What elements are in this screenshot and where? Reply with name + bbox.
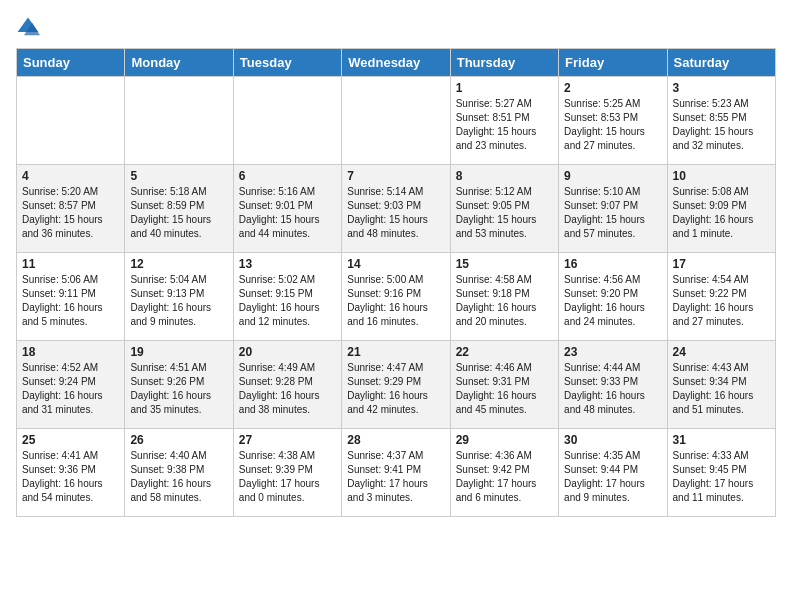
calendar-cell: 9Sunrise: 5:10 AM Sunset: 9:07 PM Daylig…	[559, 165, 667, 253]
calendar-cell: 11Sunrise: 5:06 AM Sunset: 9:11 PM Dayli…	[17, 253, 125, 341]
day-number: 16	[564, 257, 661, 271]
day-content: Sunrise: 5:08 AM Sunset: 9:09 PM Dayligh…	[673, 185, 770, 241]
day-number: 24	[673, 345, 770, 359]
calendar-table: SundayMondayTuesdayWednesdayThursdayFrid…	[16, 48, 776, 517]
day-content: Sunrise: 4:52 AM Sunset: 9:24 PM Dayligh…	[22, 361, 119, 417]
day-number: 5	[130, 169, 227, 183]
day-content: Sunrise: 4:49 AM Sunset: 9:28 PM Dayligh…	[239, 361, 336, 417]
day-content: Sunrise: 5:16 AM Sunset: 9:01 PM Dayligh…	[239, 185, 336, 241]
header-tuesday: Tuesday	[233, 49, 341, 77]
calendar-cell: 20Sunrise: 4:49 AM Sunset: 9:28 PM Dayli…	[233, 341, 341, 429]
day-number: 20	[239, 345, 336, 359]
day-content: Sunrise: 5:04 AM Sunset: 9:13 PM Dayligh…	[130, 273, 227, 329]
calendar-cell: 25Sunrise: 4:41 AM Sunset: 9:36 PM Dayli…	[17, 429, 125, 517]
day-content: Sunrise: 4:44 AM Sunset: 9:33 PM Dayligh…	[564, 361, 661, 417]
day-content: Sunrise: 5:25 AM Sunset: 8:53 PM Dayligh…	[564, 97, 661, 153]
calendar-cell: 13Sunrise: 5:02 AM Sunset: 9:15 PM Dayli…	[233, 253, 341, 341]
day-number: 3	[673, 81, 770, 95]
calendar-cell	[17, 77, 125, 165]
calendar-cell: 2Sunrise: 5:25 AM Sunset: 8:53 PM Daylig…	[559, 77, 667, 165]
calendar-cell: 31Sunrise: 4:33 AM Sunset: 9:45 PM Dayli…	[667, 429, 775, 517]
day-number: 14	[347, 257, 444, 271]
day-content: Sunrise: 5:12 AM Sunset: 9:05 PM Dayligh…	[456, 185, 553, 241]
day-number: 21	[347, 345, 444, 359]
day-number: 11	[22, 257, 119, 271]
day-content: Sunrise: 4:38 AM Sunset: 9:39 PM Dayligh…	[239, 449, 336, 505]
day-content: Sunrise: 5:18 AM Sunset: 8:59 PM Dayligh…	[130, 185, 227, 241]
week-row-3: 18Sunrise: 4:52 AM Sunset: 9:24 PM Dayli…	[17, 341, 776, 429]
day-content: Sunrise: 4:47 AM Sunset: 9:29 PM Dayligh…	[347, 361, 444, 417]
day-number: 22	[456, 345, 553, 359]
day-number: 26	[130, 433, 227, 447]
day-content: Sunrise: 5:23 AM Sunset: 8:55 PM Dayligh…	[673, 97, 770, 153]
day-content: Sunrise: 5:27 AM Sunset: 8:51 PM Dayligh…	[456, 97, 553, 153]
day-content: Sunrise: 4:51 AM Sunset: 9:26 PM Dayligh…	[130, 361, 227, 417]
day-number: 23	[564, 345, 661, 359]
week-row-2: 11Sunrise: 5:06 AM Sunset: 9:11 PM Dayli…	[17, 253, 776, 341]
day-content: Sunrise: 4:56 AM Sunset: 9:20 PM Dayligh…	[564, 273, 661, 329]
page-header	[16, 16, 776, 40]
header-monday: Monday	[125, 49, 233, 77]
day-content: Sunrise: 5:14 AM Sunset: 9:03 PM Dayligh…	[347, 185, 444, 241]
calendar-cell: 29Sunrise: 4:36 AM Sunset: 9:42 PM Dayli…	[450, 429, 558, 517]
day-number: 4	[22, 169, 119, 183]
day-number: 17	[673, 257, 770, 271]
calendar-cell: 4Sunrise: 5:20 AM Sunset: 8:57 PM Daylig…	[17, 165, 125, 253]
day-content: Sunrise: 5:00 AM Sunset: 9:16 PM Dayligh…	[347, 273, 444, 329]
calendar-cell: 24Sunrise: 4:43 AM Sunset: 9:34 PM Dayli…	[667, 341, 775, 429]
header-saturday: Saturday	[667, 49, 775, 77]
day-content: Sunrise: 4:41 AM Sunset: 9:36 PM Dayligh…	[22, 449, 119, 505]
calendar-cell: 14Sunrise: 5:00 AM Sunset: 9:16 PM Dayli…	[342, 253, 450, 341]
day-number: 2	[564, 81, 661, 95]
calendar-cell: 7Sunrise: 5:14 AM Sunset: 9:03 PM Daylig…	[342, 165, 450, 253]
calendar-cell: 1Sunrise: 5:27 AM Sunset: 8:51 PM Daylig…	[450, 77, 558, 165]
day-content: Sunrise: 5:20 AM Sunset: 8:57 PM Dayligh…	[22, 185, 119, 241]
calendar-cell: 30Sunrise: 4:35 AM Sunset: 9:44 PM Dayli…	[559, 429, 667, 517]
day-number: 15	[456, 257, 553, 271]
day-number: 29	[456, 433, 553, 447]
calendar-cell: 23Sunrise: 4:44 AM Sunset: 9:33 PM Dayli…	[559, 341, 667, 429]
day-content: Sunrise: 4:54 AM Sunset: 9:22 PM Dayligh…	[673, 273, 770, 329]
calendar-header-row: SundayMondayTuesdayWednesdayThursdayFrid…	[17, 49, 776, 77]
week-row-0: 1Sunrise: 5:27 AM Sunset: 8:51 PM Daylig…	[17, 77, 776, 165]
day-number: 12	[130, 257, 227, 271]
day-content: Sunrise: 4:46 AM Sunset: 9:31 PM Dayligh…	[456, 361, 553, 417]
week-row-1: 4Sunrise: 5:20 AM Sunset: 8:57 PM Daylig…	[17, 165, 776, 253]
calendar-cell: 5Sunrise: 5:18 AM Sunset: 8:59 PM Daylig…	[125, 165, 233, 253]
calendar-cell: 22Sunrise: 4:46 AM Sunset: 9:31 PM Dayli…	[450, 341, 558, 429]
day-content: Sunrise: 5:06 AM Sunset: 9:11 PM Dayligh…	[22, 273, 119, 329]
day-content: Sunrise: 4:37 AM Sunset: 9:41 PM Dayligh…	[347, 449, 444, 505]
calendar-cell: 15Sunrise: 4:58 AM Sunset: 9:18 PM Dayli…	[450, 253, 558, 341]
calendar-cell: 10Sunrise: 5:08 AM Sunset: 9:09 PM Dayli…	[667, 165, 775, 253]
day-number: 7	[347, 169, 444, 183]
day-number: 13	[239, 257, 336, 271]
day-number: 19	[130, 345, 227, 359]
day-content: Sunrise: 4:33 AM Sunset: 9:45 PM Dayligh…	[673, 449, 770, 505]
calendar-cell: 28Sunrise: 4:37 AM Sunset: 9:41 PM Dayli…	[342, 429, 450, 517]
day-content: Sunrise: 4:36 AM Sunset: 9:42 PM Dayligh…	[456, 449, 553, 505]
day-content: Sunrise: 4:43 AM Sunset: 9:34 PM Dayligh…	[673, 361, 770, 417]
calendar-cell: 26Sunrise: 4:40 AM Sunset: 9:38 PM Dayli…	[125, 429, 233, 517]
calendar-cell: 16Sunrise: 4:56 AM Sunset: 9:20 PM Dayli…	[559, 253, 667, 341]
day-number: 18	[22, 345, 119, 359]
header-wednesday: Wednesday	[342, 49, 450, 77]
day-number: 8	[456, 169, 553, 183]
calendar-cell: 3Sunrise: 5:23 AM Sunset: 8:55 PM Daylig…	[667, 77, 775, 165]
day-content: Sunrise: 5:02 AM Sunset: 9:15 PM Dayligh…	[239, 273, 336, 329]
day-number: 9	[564, 169, 661, 183]
calendar-cell: 8Sunrise: 5:12 AM Sunset: 9:05 PM Daylig…	[450, 165, 558, 253]
calendar-cell: 19Sunrise: 4:51 AM Sunset: 9:26 PM Dayli…	[125, 341, 233, 429]
day-content: Sunrise: 4:35 AM Sunset: 9:44 PM Dayligh…	[564, 449, 661, 505]
day-content: Sunrise: 4:40 AM Sunset: 9:38 PM Dayligh…	[130, 449, 227, 505]
day-number: 6	[239, 169, 336, 183]
logo-icon	[16, 16, 40, 40]
calendar-cell: 12Sunrise: 5:04 AM Sunset: 9:13 PM Dayli…	[125, 253, 233, 341]
day-number: 31	[673, 433, 770, 447]
calendar-cell: 18Sunrise: 4:52 AM Sunset: 9:24 PM Dayli…	[17, 341, 125, 429]
day-number: 10	[673, 169, 770, 183]
calendar-cell	[233, 77, 341, 165]
calendar-cell: 17Sunrise: 4:54 AM Sunset: 9:22 PM Dayli…	[667, 253, 775, 341]
day-content: Sunrise: 5:10 AM Sunset: 9:07 PM Dayligh…	[564, 185, 661, 241]
header-sunday: Sunday	[17, 49, 125, 77]
calendar-cell: 27Sunrise: 4:38 AM Sunset: 9:39 PM Dayli…	[233, 429, 341, 517]
